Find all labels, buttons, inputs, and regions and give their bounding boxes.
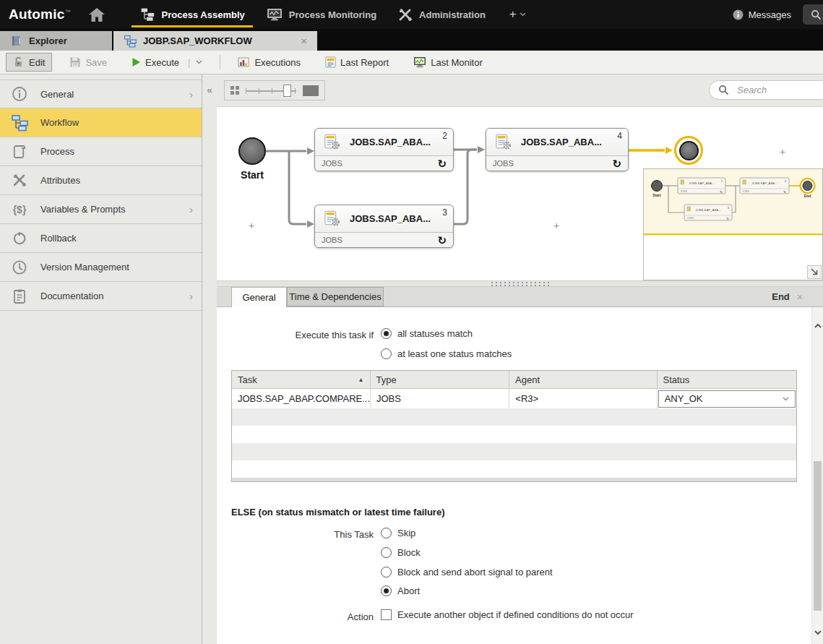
task-node-2[interactable]: 2 JOBS.SAP_ABA... JOBS (314, 128, 454, 171)
chevron-down-icon (520, 12, 526, 17)
table-horizontal-scrollbar[interactable] (232, 478, 796, 481)
sidebar-item-rollback[interactable]: Rollback (0, 224, 202, 253)
zoom-slider[interactable] (246, 85, 296, 97)
zoom-max-button[interactable] (303, 85, 319, 96)
add-task-marker[interactable]: + (553, 220, 559, 231)
radio-selected-icon[interactable] (381, 585, 392, 596)
tab-general[interactable]: General (231, 287, 287, 307)
search-input[interactable] (736, 84, 811, 96)
tab-explorer[interactable]: Explorer (0, 31, 112, 51)
main-area: Start 2 JOBS.SAP_ABA... (217, 74, 823, 644)
tools-icon (10, 173, 29, 188)
sidebar-item-general[interactable]: General › (0, 80, 202, 108)
add-task-marker[interactable]: + (249, 220, 254, 231)
radio-abort[interactable]: Abort (381, 585, 420, 596)
radio-label: Block and send abort signal to parent (397, 567, 553, 578)
end-node-selected[interactable] (674, 136, 703, 165)
status-dropdown[interactable]: ANY_OK (658, 390, 796, 408)
cell-agent: <R3> (509, 388, 657, 408)
executions-button[interactable]: Executions (230, 53, 308, 72)
task-node-3[interactable]: 3 JOBS.SAP_ABA... JOBS (314, 205, 454, 248)
start-node[interactable] (238, 137, 266, 165)
radio-block[interactable]: Block (381, 547, 421, 558)
workflow-minimap[interactable]: Start JOBS.SAP_ABA... 2 JOBS ↻ JOBS.SAP_… (643, 168, 823, 280)
selected-task-name: End (772, 291, 790, 302)
restart-icon[interactable]: ↻ (437, 158, 447, 169)
sidebar-item-documentation[interactable]: Documentation › (0, 282, 202, 311)
job-document-gear-icon (324, 210, 341, 227)
edit-button[interactable]: Edit (6, 53, 52, 72)
minimap-resize-button[interactable] (807, 265, 822, 279)
sidebar-item-process[interactable]: Process (0, 137, 202, 166)
workflow-canvas[interactable]: Start 2 JOBS.SAP_ABA... (217, 107, 823, 280)
restart-icon: ↻ (720, 190, 723, 194)
add-task-marker[interactable]: + (780, 146, 785, 158)
sidebar-item-workflow[interactable]: Workflow (0, 108, 202, 137)
canvas-header (217, 74, 823, 107)
execute-button[interactable]: Execute | (124, 53, 210, 72)
nav-process-monitoring[interactable]: Process Monitoring (256, 0, 387, 29)
tab-label: JOBP.SAP_WORKFLOW (143, 35, 252, 46)
messages-button[interactable]: Messages (733, 9, 791, 20)
last-monitor-button[interactable]: Last Monitor (406, 53, 490, 72)
restart-icon[interactable]: ↻ (612, 158, 621, 169)
slider-handle[interactable] (283, 85, 291, 97)
radio-icon[interactable] (381, 567, 392, 578)
sidebar-item-label: Process (40, 146, 193, 157)
radio-icon[interactable] (381, 528, 392, 538)
radio-skip[interactable]: Skip (381, 528, 415, 538)
scroll-down-icon[interactable] (814, 630, 822, 635)
home-icon (88, 7, 105, 22)
tab-jobp-sap-workflow[interactable]: JOBP.SAP_WORKFLOW × (113, 31, 317, 51)
overview-grid-icon[interactable] (230, 86, 239, 95)
end-node-circle (679, 141, 699, 160)
column-header-agent[interactable]: Agent (509, 371, 657, 388)
tab-time-dependencies[interactable]: Time & Dependencies (287, 287, 384, 306)
sidebar-item-label: Version Management (40, 262, 193, 272)
radio-all-statuses[interactable]: all statuses match (381, 328, 473, 339)
radio-selected-icon[interactable] (381, 328, 392, 339)
last-report-button[interactable]: Last Report (318, 53, 396, 72)
radio-block-abort-parent[interactable]: Block and send abort signal to parent (381, 567, 553, 578)
radio-at-least-one[interactable]: at least one status matches (381, 348, 512, 359)
close-icon[interactable]: × (797, 291, 803, 303)
radio-icon[interactable] (381, 348, 392, 359)
panel-splitter[interactable] (217, 280, 823, 287)
sidebar-item-version-management[interactable]: Version Management (0, 253, 202, 282)
workflow-search-box[interactable] (709, 80, 823, 100)
collapse-sidebar-icon[interactable]: « (202, 85, 217, 95)
add-perspective-button[interactable]: + (504, 7, 532, 22)
global-search-button[interactable] (803, 4, 823, 25)
column-header-type[interactable]: Type (371, 371, 510, 388)
radio-icon[interactable] (381, 547, 392, 558)
edit-label: Edit (29, 57, 45, 68)
close-icon[interactable]: × (301, 35, 307, 47)
topbar-right: Messages (733, 4, 823, 25)
workflow-icon (10, 114, 29, 132)
nav-process-assembly[interactable]: Process Assembly (129, 0, 256, 29)
cell-type: JOBS (371, 388, 509, 408)
clipboard-icon (10, 288, 29, 304)
action-checkbox-row[interactable]: Execute another object if defined condit… (381, 609, 634, 620)
column-header-task[interactable]: Task ▲ (232, 371, 371, 388)
save-button[interactable]: Save (62, 53, 114, 72)
task-node-4[interactable]: 4 JOBS.SAP_ABA... JOBS (486, 128, 629, 171)
sidebar-item-variables-prompts[interactable]: {$} Variables & Prompts › (0, 195, 202, 224)
sidebar-item-attributes[interactable]: Attributes (0, 166, 202, 195)
scroll-up-icon[interactable] (814, 323, 822, 329)
splitter-drag-handle[interactable] (490, 281, 551, 286)
properties-tab-bar: General Time & Dependencies End × (217, 287, 823, 307)
task-title: JOBS.SAP_ABA... (350, 137, 431, 147)
scrollbar-thumb[interactable] (814, 461, 822, 611)
chevron-right-icon: › (189, 203, 193, 215)
column-header-status[interactable]: Status (658, 371, 797, 388)
table-row[interactable]: JOBS.SAP_ABAP.COMPARE... JOBS <R3> ANY_O… (232, 388, 796, 408)
nav-administration[interactable]: Administration (387, 0, 496, 29)
panel-scrollbar[interactable] (811, 307, 823, 644)
chevron-down-icon[interactable] (196, 60, 202, 64)
checkbox-icon[interactable] (381, 609, 392, 620)
home-button[interactable] (82, 4, 111, 25)
restart-icon[interactable]: ↻ (437, 235, 447, 246)
nav-label: Process Monitoring (289, 9, 376, 20)
automic-app-window: Automic™ Process Assembly (0, 0, 823, 644)
